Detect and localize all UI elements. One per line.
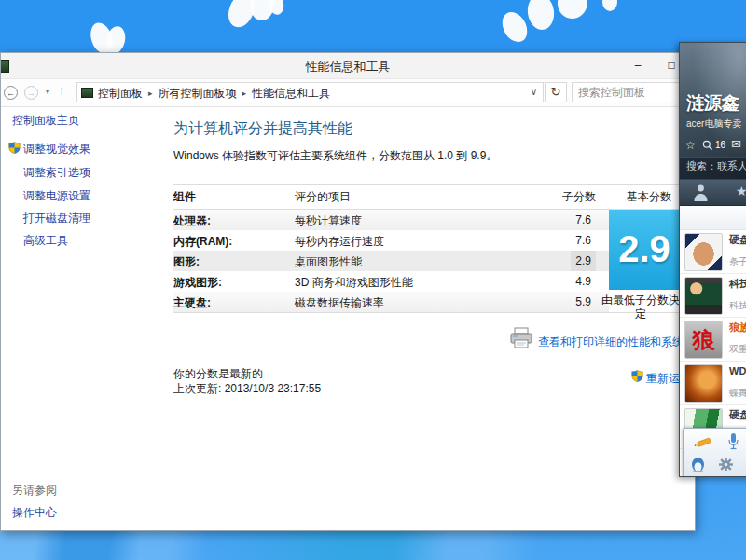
contact-message: 双重 <box>729 343 746 356</box>
contact-item[interactable]: 狼 狼族D 双重 <box>680 318 746 362</box>
column-header-component: 组件 <box>173 189 196 205</box>
qq-level-icon <box>702 140 713 151</box>
uac-shield-icon <box>631 370 643 382</box>
qq-toolbar <box>683 428 746 477</box>
subscore-value: 7.6 <box>523 210 596 230</box>
breadcrumb-app-icon <box>81 88 93 98</box>
breadcrumb-item-all-items[interactable]: 所有控制面板项 <box>159 87 237 100</box>
refresh-button[interactable]: ↻ <box>545 82 567 102</box>
subscore-value: 2.9 <box>523 251 596 271</box>
page-title: 为计算机评分并提高其性能 <box>173 119 352 139</box>
contact-name: 狼族D <box>729 321 746 335</box>
contact-item[interactable]: WD资 蝶舞 <box>680 362 746 405</box>
rated-item: 3D 商务和游戏图形性能 <box>295 275 413 291</box>
subscore-value: 5.9 <box>523 292 596 312</box>
mail-icon[interactable]: ✉ <box>731 137 741 151</box>
rated-item: 每秒计算速度 <box>295 213 362 229</box>
table-row: 内存(RAM): 每秒内存运行速度 7.6 <box>173 230 609 251</box>
qq-search-input[interactable] <box>686 160 746 171</box>
address-bar[interactable]: 控制面板▸所有控制面板项▸性能信息和工具 ∨ <box>76 82 544 102</box>
window-title: 性能信息和工具 <box>1 59 695 75</box>
search-input[interactable] <box>573 83 694 102</box>
contact-avatar <box>684 277 723 315</box>
component-name: 游戏图形: <box>173 275 222 291</box>
qq-user-name: 涟源鑫 <box>686 91 739 116</box>
wolf-avatar-glyph: 狼 <box>685 321 722 358</box>
contact-avatar <box>684 364 723 403</box>
qq-search-bar <box>680 157 746 180</box>
contact-name: 科技先 <box>729 277 746 291</box>
contact-name: WD资 <box>729 364 746 378</box>
component-name: 图形: <box>173 254 200 270</box>
column-header-rated: 评分的项目 <box>295 189 351 205</box>
back-button[interactable]: ← <box>4 86 18 100</box>
up-button[interactable]: ↑ <box>59 83 65 97</box>
table-row: 处理器: 每秒计算速度 7.6 <box>173 210 609 230</box>
rated-item: 每秒内存运行速度 <box>295 234 384 250</box>
pencil-icon[interactable] <box>693 435 713 450</box>
contact-avatar <box>684 233 723 271</box>
sidebar-item-indexing-options[interactable]: 调整索引选项 <box>23 165 90 181</box>
rated-item: 磁盘数据传输速率 <box>295 295 384 311</box>
sidebar-item-home[interactable]: 控制面板主页 <box>12 113 79 129</box>
printer-icon <box>509 327 533 349</box>
microphone-icon[interactable] <box>727 432 739 450</box>
contact-item[interactable]: 科技先 科技先 <box>680 274 746 318</box>
sidebar-item-visual-effects[interactable]: 调整视觉效果 <box>23 142 90 157</box>
subscore-value: 7.6 <box>523 230 596 251</box>
component-name: 内存(RAM): <box>173 234 232 250</box>
breadcrumb-item-control-panel[interactable]: 控制面板 <box>98 87 143 100</box>
uac-shield-icon <box>8 142 21 154</box>
contact-message: 条子: <box>729 255 746 268</box>
address-dropdown-icon[interactable]: ∨ <box>531 87 537 97</box>
breadcrumb-separator-icon: ▸ <box>143 89 159 98</box>
minimize-button[interactable]: – <box>624 56 652 75</box>
see-also-heading: 另请参阅 <box>12 483 57 499</box>
recent-pages-dropdown-icon[interactable]: ▾ <box>46 88 49 96</box>
base-score-box: 2.9 <box>609 210 680 290</box>
table-row: 游戏图形: 3D 商务和游戏图形性能 4.9 <box>173 271 609 292</box>
contact-group-header[interactable] <box>680 206 746 230</box>
component-name: 处理器: <box>173 213 211 229</box>
wallpaper-petal <box>554 0 590 21</box>
performance-info-window: 性能信息和工具 – □ ← → ▾ ↑ 控制面板▸所有控制面板项▸性能信息和工具… <box>0 52 696 531</box>
contact-item[interactable]: 硬盘维 条子: <box>680 230 746 274</box>
wallpaper-streaks <box>0 529 746 560</box>
sidebar-item-action-center[interactable]: 操作中心 <box>12 505 57 521</box>
rated-item: 桌面图形性能 <box>295 254 362 270</box>
navigation-bar: ← → ▾ ↑ 控制面板▸所有控制面板项▸性能信息和工具 ∨ ↻ <box>1 79 695 107</box>
favorite-star-icon[interactable]: ☆ <box>685 139 696 152</box>
contact-name: 硬盘维 <box>729 233 746 247</box>
contact-message: 蝶舞 <box>729 387 746 400</box>
wallpaper-petal <box>525 0 556 32</box>
wallpaper-petal <box>497 7 532 46</box>
table-row-selected: 图形: 桌面图形性能 2.9 <box>173 251 609 271</box>
last-update: 上次更新: 2013/10/3 23:17:55 <box>173 381 321 397</box>
page-intro: Windows 体验指数可评估主要系统组件，分数范围从 1.0 到 9.9。 <box>173 148 497 164</box>
qq-user-signature: acer电脑专卖 <box>686 117 741 130</box>
qq-tab-bar: ★ <box>680 180 746 206</box>
breadcrumb: 控制面板▸所有控制面板项▸性能信息和工具 <box>98 86 330 102</box>
score-status: 你的分数是最新的 <box>173 366 263 382</box>
forward-button[interactable]: → <box>24 86 38 100</box>
contact-message: 科技先 <box>729 299 746 312</box>
breadcrumb-item-performance[interactable]: 性能信息和工具 <box>252 87 330 100</box>
breadcrumb-separator-icon: ▸ <box>237 89 253 98</box>
component-name: 主硬盘: <box>173 295 211 311</box>
base-score-value: 2.9 <box>609 210 680 290</box>
table-row: 主硬盘: 磁盘数据传输速率 5.9 <box>173 292 609 312</box>
base-score-note: 由最低子分数决定 <box>600 294 682 321</box>
contacts-tab-icon[interactable] <box>693 184 709 201</box>
sidebar-item-power-settings[interactable]: 调整电源设置 <box>23 188 90 204</box>
qq-contact-panel: 涟源鑫 acer电脑专卖 ☆ 16 ✉ ★ 硬盘维 条子: 科技先 科技先 狼 … <box>679 42 746 477</box>
groups-tab-icon[interactable]: ★ <box>736 184 746 198</box>
qq-penguin-icon[interactable] <box>690 457 706 472</box>
gear-icon[interactable] <box>719 458 733 471</box>
sidebar-item-advanced-tools[interactable]: 高级工具 <box>23 233 68 249</box>
qq-level-value: 16 <box>715 140 725 150</box>
subscore-value: 4.9 <box>523 271 596 292</box>
search-box <box>572 82 695 102</box>
sidebar-item-disk-cleanup[interactable]: 打开磁盘清理 <box>23 211 90 226</box>
contact-avatar: 狼 <box>684 321 723 359</box>
wallpaper-petal <box>602 0 617 11</box>
